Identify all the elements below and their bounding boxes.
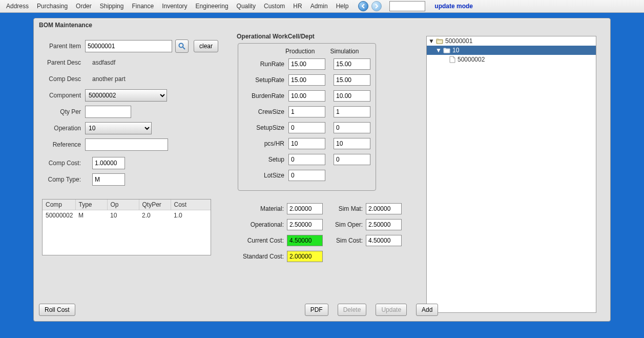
parent-desc-value: asdfasdf xyxy=(85,59,115,66)
setupsize-sim-input[interactable] xyxy=(334,122,370,133)
comp-type-label: Comp Type: xyxy=(42,176,81,183)
add-button[interactable]: Add xyxy=(416,304,438,316)
sim-cost-input[interactable] xyxy=(366,235,402,246)
grid-header-cost[interactable]: Cost xyxy=(171,200,211,210)
menu-address[interactable]: Address xyxy=(3,2,32,11)
nav-back-button[interactable] xyxy=(358,1,368,11)
cell-comp: 50000002 xyxy=(43,210,75,221)
folder-open-icon xyxy=(443,47,450,53)
component-grid[interactable]: Comp Type Op QtyPer Cost 50000002 M 10 2… xyxy=(42,199,211,255)
roll-cost-button[interactable]: Roll Cost xyxy=(39,304,75,316)
comp-desc-value: another part xyxy=(85,75,126,83)
parent-item-lookup-button[interactable] xyxy=(175,39,189,53)
file-icon xyxy=(449,56,455,63)
standard-cost-label: Standard Cost: xyxy=(237,253,284,260)
comp-type-input[interactable] xyxy=(92,173,125,186)
operational-fieldset: Production Simulation RunRate SetupRate … xyxy=(238,43,376,191)
col-header-production: Production xyxy=(285,48,315,55)
tree-node-label: 50000001 xyxy=(445,37,472,45)
grid-header-qtyper[interactable]: QtyPer xyxy=(139,200,171,210)
tree-node-operation[interactable]: ▼ 10 xyxy=(427,46,596,55)
menu-shipping[interactable]: Shipping xyxy=(97,2,127,11)
setupsize-label: SetupSize xyxy=(243,124,284,131)
grid-header-op[interactable]: Op xyxy=(107,200,139,210)
update-button[interactable]: Update xyxy=(376,304,407,316)
delete-button[interactable]: Delete xyxy=(338,304,367,316)
runrate-sim-input[interactable] xyxy=(334,58,370,70)
panel-title: BOM Maintenance xyxy=(34,18,610,31)
parent-item-label: Parent Item xyxy=(42,43,81,50)
current-cost-label: Current Cost: xyxy=(237,237,284,244)
current-cost-input[interactable] xyxy=(287,235,323,246)
sim-mat-input[interactable] xyxy=(366,203,402,214)
burdenrate-prod-input[interactable] xyxy=(288,90,325,102)
burdenrate-label: BurdenRate xyxy=(243,92,284,100)
pcshr-label: pcs/HR xyxy=(243,140,284,147)
menu-admin[interactable]: Admin xyxy=(307,2,331,11)
grid-header-comp[interactable]: Comp xyxy=(43,200,75,210)
crewsize-label: CrewSize xyxy=(243,108,284,115)
menu-inventory[interactable]: Inventory xyxy=(159,2,190,11)
pcshr-sim-input[interactable] xyxy=(334,138,370,149)
setuprate-label: SetupRate xyxy=(243,76,284,84)
bom-tree[interactable]: ▼ 50000001 ▼ 10 50000002 xyxy=(426,36,596,313)
sim-cost-label: Sim Cost: xyxy=(325,237,363,244)
crewsize-prod-input[interactable] xyxy=(288,106,325,117)
menu-engineering[interactable]: Engineering xyxy=(193,2,232,11)
menu-help[interactable]: Help xyxy=(333,2,352,11)
menu-purchasing[interactable]: Purchasing xyxy=(34,2,71,11)
cell-type: M xyxy=(75,210,107,221)
svg-line-1 xyxy=(183,47,185,49)
table-row[interactable]: 50000002 M 10 2.0 1.0 xyxy=(43,210,211,221)
setuprate-prod-input[interactable] xyxy=(288,74,325,86)
setup-prod-input[interactable] xyxy=(288,154,325,165)
reference-label: Reference xyxy=(42,141,81,148)
grid-header-type[interactable]: Type xyxy=(75,200,107,210)
operation-select[interactable]: 10 xyxy=(85,122,152,134)
mode-label: update mode xyxy=(434,3,473,10)
operation-label: Operation xyxy=(42,125,81,132)
sim-oper-input[interactable] xyxy=(366,219,402,230)
setupsize-prod-input[interactable] xyxy=(288,122,325,133)
chevron-down-icon[interactable]: ▼ xyxy=(436,47,441,54)
menu-custom[interactable]: Custom xyxy=(261,2,288,11)
search-icon xyxy=(178,42,186,50)
menu-hr[interactable]: HR xyxy=(290,2,305,11)
lotsize-input[interactable] xyxy=(288,170,325,181)
comp-cost-input[interactable] xyxy=(92,157,125,169)
menu-finance[interactable]: Finance xyxy=(129,2,157,11)
nav-forward-button[interactable] xyxy=(371,1,382,11)
setup-sim-input[interactable] xyxy=(334,154,370,165)
operational-label: Operational: xyxy=(237,221,284,228)
cell-cost: 1.0 xyxy=(171,210,211,221)
setuprate-sim-input[interactable] xyxy=(334,74,370,86)
setup-label: Setup xyxy=(243,156,284,163)
lotsize-label: LotSize xyxy=(243,172,284,179)
col-header-simulation: Simulation xyxy=(330,48,359,55)
component-label: Component xyxy=(42,92,81,99)
reference-input[interactable] xyxy=(85,138,168,151)
pcshr-prod-input[interactable] xyxy=(288,138,325,149)
menu-quality[interactable]: Quality xyxy=(234,2,259,11)
material-label: Material: xyxy=(237,205,284,212)
material-input[interactable] xyxy=(287,203,323,214)
pdf-button[interactable]: PDF xyxy=(305,304,328,316)
standard-cost-input[interactable] xyxy=(287,251,323,262)
comp-cost-label: Comp Cost: xyxy=(42,160,81,167)
bom-panel: BOM Maintenance Parent Item clear Parent… xyxy=(33,18,611,322)
chevron-down-icon[interactable]: ▼ xyxy=(429,37,434,45)
clear-button[interactable]: clear xyxy=(194,40,218,52)
burdenrate-sim-input[interactable] xyxy=(334,90,370,102)
component-select[interactable]: 50000002 xyxy=(85,89,167,102)
operational-input[interactable] xyxy=(287,219,323,230)
folder-open-icon xyxy=(436,38,443,44)
tree-node-component[interactable]: 50000002 xyxy=(427,55,596,64)
menubar: Address Purchasing Order Shipping Financ… xyxy=(0,0,644,13)
menu-order[interactable]: Order xyxy=(73,2,95,11)
qty-per-input[interactable] xyxy=(85,106,131,118)
crewsize-sim-input[interactable] xyxy=(334,106,370,117)
tree-node-parent[interactable]: ▼ 50000001 xyxy=(427,36,596,46)
parent-item-input[interactable] xyxy=(85,40,172,52)
runrate-prod-input[interactable] xyxy=(288,58,325,70)
menubar-search-input[interactable] xyxy=(389,1,425,11)
